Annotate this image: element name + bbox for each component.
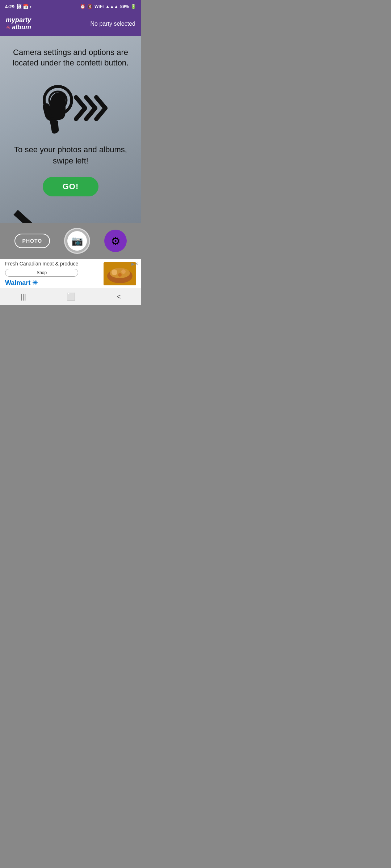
arrow-container — [7, 207, 134, 223]
chevron-arrows — [76, 97, 105, 119]
shutter-inner: 📷 — [67, 231, 87, 251]
main-content: Camera settings and options are located … — [0, 36, 141, 223]
swipe-hint-text: To see your photos and albums, swipe lef… — [7, 144, 134, 167]
menu-nav-button[interactable]: ||| — [20, 293, 26, 301]
app-logo: myparty ✳ album — [6, 17, 31, 31]
logo-line2: album — [12, 24, 31, 31]
ad-text: Fresh Canadian meat & produce — [5, 261, 78, 267]
camera-hint-text: Camera settings and options are located … — [7, 47, 134, 68]
mute-icon: 🔇 — [87, 4, 93, 9]
go-button[interactable]: GO! — [43, 177, 99, 196]
no-party-label[interactable]: No party selected — [90, 21, 135, 27]
status-right: ⏰ 🔇 WiFi ▲▲▲ 89% 🔋 — [80, 4, 136, 9]
ad-left: Fresh Canadian meat & produce Shop Walma… — [5, 261, 78, 287]
bottom-toolbar: PHOTO 📷 ⚙ — [0, 223, 141, 259]
settings-button[interactable]: ⚙ — [104, 230, 127, 252]
down-right-arrow-svg — [7, 207, 72, 223]
battery-display: 89% — [120, 4, 129, 9]
system-nav-bar: ||| ⬜ < — [0, 288, 141, 305]
status-bar: 4:29 🖼 📅 • ⏰ 🔇 WiFi ▲▲▲ 89% 🔋 — [0, 0, 141, 13]
svg-point-7 — [112, 269, 117, 275]
ad-shop-button[interactable]: Shop — [5, 269, 78, 277]
home-nav-button[interactable]: ⬜ — [67, 292, 76, 301]
ad-brand: Walmart ✳ — [5, 279, 78, 287]
logo-bottom: ✳ album — [6, 24, 31, 31]
signal-icon: ▲▲▲ — [105, 4, 118, 9]
walmart-spark-icon: ✳ — [32, 279, 38, 286]
svg-line-3 — [18, 214, 54, 223]
ad-close-button[interactable]: ▶✕ — [131, 261, 138, 267]
confetti-icon: ✳ — [6, 24, 10, 31]
app-header: myparty ✳ album No party selected — [0, 13, 141, 36]
svg-point-9 — [118, 273, 122, 277]
gear-icon: ⚙ — [111, 235, 121, 247]
tap-arrows-illustration — [20, 79, 121, 137]
notification-icons: 🖼 📅 • — [17, 4, 31, 9]
alarm-icon: ⏰ — [80, 4, 85, 9]
back-nav-button[interactable]: < — [117, 293, 121, 301]
hand-icon — [43, 86, 72, 133]
ad-banner: Fresh Canadian meat & produce Shop Walma… — [0, 259, 141, 288]
camera-icon: 📷 — [71, 235, 83, 247]
status-left: 4:29 🖼 📅 • — [5, 4, 31, 9]
wifi-icon: WiFi — [94, 4, 104, 9]
logo-line1: myparty — [6, 17, 31, 24]
shutter-button[interactable]: 📷 — [64, 228, 90, 254]
battery-icon: 🔋 — [131, 4, 136, 9]
time-display: 4:29 — [5, 4, 14, 9]
app-wrapper: 4:29 🖼 📅 • ⏰ 🔇 WiFi ▲▲▲ 89% 🔋 myparty ✳ … — [0, 0, 141, 305]
photo-button[interactable]: PHOTO — [14, 234, 50, 248]
svg-point-8 — [121, 269, 126, 274]
